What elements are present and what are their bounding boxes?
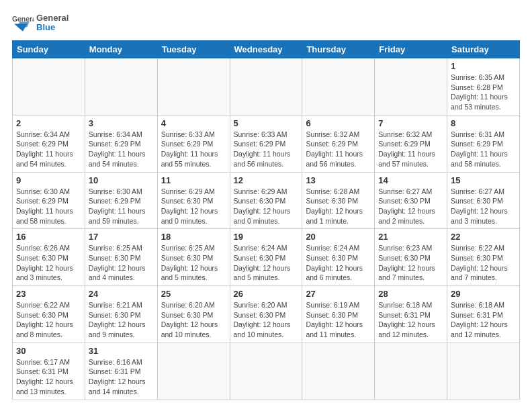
day-number: 7 <box>378 118 443 128</box>
day-info: Sunrise: 6:20 AMSunset: 6:30 PMDaylight:… <box>161 300 226 340</box>
weekday-header-saturday: Saturday <box>447 41 520 58</box>
calendar-cell: 16Sunrise: 6:26 AMSunset: 6:30 PMDayligh… <box>13 229 85 286</box>
day-info: Sunrise: 6:18 AMSunset: 6:31 PMDaylight:… <box>378 300 443 340</box>
day-number: 13 <box>306 175 371 185</box>
calendar-cell: 29Sunrise: 6:18 AMSunset: 6:31 PMDayligh… <box>447 286 520 343</box>
day-info: Sunrise: 6:22 AMSunset: 6:30 PMDaylight:… <box>16 300 81 340</box>
day-number: 6 <box>306 118 371 128</box>
logo: General General Blue <box>12 12 69 34</box>
calendar-cell: 18Sunrise: 6:25 AMSunset: 6:30 PMDayligh… <box>157 229 230 286</box>
calendar-table: SundayMondayTuesdayWednesdayThursdayFrid… <box>12 40 520 400</box>
day-info: Sunrise: 6:29 AMSunset: 6:30 PMDaylight:… <box>234 187 299 226</box>
day-number: 26 <box>234 289 299 299</box>
day-info: Sunrise: 6:27 AMSunset: 6:30 PMDaylight:… <box>378 187 443 226</box>
calendar-cell: 24Sunrise: 6:21 AMSunset: 6:30 PMDayligh… <box>85 286 157 343</box>
day-info: Sunrise: 6:34 AMSunset: 6:29 PMDaylight:… <box>16 130 81 169</box>
weekday-header-thursday: Thursday <box>302 41 375 58</box>
day-info: Sunrise: 6:35 AMSunset: 6:28 PMDaylight:… <box>451 73 516 112</box>
day-number: 16 <box>16 232 81 242</box>
day-number: 5 <box>234 118 299 128</box>
day-info: Sunrise: 6:25 AMSunset: 6:30 PMDaylight:… <box>161 243 226 283</box>
calendar-cell: 4Sunrise: 6:33 AMSunset: 6:29 PMDaylight… <box>157 115 230 172</box>
calendar-cell <box>157 342 230 400</box>
calendar-cell: 23Sunrise: 6:22 AMSunset: 6:30 PMDayligh… <box>13 286 85 343</box>
calendar-cell <box>302 58 375 116</box>
header: General General Blue <box>12 12 520 34</box>
day-number: 21 <box>378 232 443 242</box>
day-info: Sunrise: 6:25 AMSunset: 6:30 PMDaylight:… <box>89 243 154 283</box>
day-info: Sunrise: 6:18 AMSunset: 6:31 PMDaylight:… <box>451 300 516 340</box>
calendar-cell: 5Sunrise: 6:33 AMSunset: 6:29 PMDaylight… <box>230 115 302 172</box>
day-number: 19 <box>234 232 299 242</box>
day-number: 12 <box>234 175 299 185</box>
day-info: Sunrise: 6:19 AMSunset: 6:30 PMDaylight:… <box>306 300 371 340</box>
week-row-3: 16Sunrise: 6:26 AMSunset: 6:30 PMDayligh… <box>13 229 520 286</box>
calendar-cell: 17Sunrise: 6:25 AMSunset: 6:30 PMDayligh… <box>85 229 157 286</box>
day-info: Sunrise: 6:16 AMSunset: 6:31 PMDaylight:… <box>89 357 154 397</box>
week-row-4: 23Sunrise: 6:22 AMSunset: 6:30 PMDayligh… <box>13 286 520 343</box>
day-info: Sunrise: 6:30 AMSunset: 6:29 PMDaylight:… <box>16 187 81 226</box>
day-number: 15 <box>451 175 516 185</box>
day-number: 1 <box>451 61 516 71</box>
calendar-cell: 14Sunrise: 6:27 AMSunset: 6:30 PMDayligh… <box>375 172 447 229</box>
calendar-cell: 30Sunrise: 6:17 AMSunset: 6:31 PMDayligh… <box>13 342 85 400</box>
calendar-cell: 21Sunrise: 6:23 AMSunset: 6:30 PMDayligh… <box>375 229 447 286</box>
day-number: 9 <box>16 175 81 185</box>
calendar-cell <box>85 58 157 116</box>
weekday-header-sunday: Sunday <box>13 41 85 58</box>
day-number: 22 <box>451 232 516 242</box>
day-info: Sunrise: 6:34 AMSunset: 6:29 PMDaylight:… <box>89 130 154 169</box>
calendar-cell: 8Sunrise: 6:31 AMSunset: 6:29 PMDaylight… <box>447 115 520 172</box>
day-number: 20 <box>306 232 371 242</box>
page: General General Blue SundayMondayTuesday… <box>0 0 532 411</box>
week-row-0: 1Sunrise: 6:35 AMSunset: 6:28 PMDaylight… <box>13 58 520 116</box>
calendar-cell <box>447 342 520 400</box>
day-info: Sunrise: 6:33 AMSunset: 6:29 PMDaylight:… <box>161 130 226 169</box>
day-info: Sunrise: 6:31 AMSunset: 6:29 PMDaylight:… <box>451 130 516 169</box>
day-info: Sunrise: 6:26 AMSunset: 6:30 PMDaylight:… <box>16 243 81 283</box>
day-number: 2 <box>16 118 81 128</box>
weekday-header-tuesday: Tuesday <box>157 41 230 58</box>
calendar-cell: 27Sunrise: 6:19 AMSunset: 6:30 PMDayligh… <box>302 286 375 343</box>
day-info: Sunrise: 6:27 AMSunset: 6:30 PMDaylight:… <box>451 187 516 226</box>
day-number: 18 <box>161 232 226 242</box>
calendar-cell <box>375 58 447 116</box>
day-info: Sunrise: 6:21 AMSunset: 6:30 PMDaylight:… <box>89 300 154 340</box>
calendar-cell: 6Sunrise: 6:32 AMSunset: 6:29 PMDaylight… <box>302 115 375 172</box>
day-info: Sunrise: 6:22 AMSunset: 6:30 PMDaylight:… <box>451 243 516 283</box>
day-info: Sunrise: 6:33 AMSunset: 6:29 PMDaylight:… <box>234 130 299 169</box>
calendar-cell: 11Sunrise: 6:29 AMSunset: 6:30 PMDayligh… <box>157 172 230 229</box>
day-info: Sunrise: 6:23 AMSunset: 6:30 PMDaylight:… <box>378 243 443 283</box>
calendar-cell: 10Sunrise: 6:30 AMSunset: 6:29 PMDayligh… <box>85 172 157 229</box>
generalblue-logo-icon: General <box>12 12 34 34</box>
day-number: 8 <box>451 118 516 128</box>
calendar-cell <box>375 342 447 400</box>
calendar-cell: 7Sunrise: 6:32 AMSunset: 6:29 PMDaylight… <box>375 115 447 172</box>
weekday-header-row: SundayMondayTuesdayWednesdayThursdayFrid… <box>13 41 520 58</box>
day-info: Sunrise: 6:30 AMSunset: 6:29 PMDaylight:… <box>89 187 154 226</box>
day-number: 25 <box>161 289 226 299</box>
calendar-cell: 2Sunrise: 6:34 AMSunset: 6:29 PMDaylight… <box>13 115 85 172</box>
calendar-cell: 15Sunrise: 6:27 AMSunset: 6:30 PMDayligh… <box>447 172 520 229</box>
weekday-header-wednesday: Wednesday <box>230 41 302 58</box>
calendar-cell <box>13 58 85 116</box>
day-info: Sunrise: 6:28 AMSunset: 6:30 PMDaylight:… <box>306 187 371 226</box>
day-number: 10 <box>89 175 154 185</box>
day-number: 4 <box>161 118 226 128</box>
calendar-cell: 20Sunrise: 6:24 AMSunset: 6:30 PMDayligh… <box>302 229 375 286</box>
day-number: 24 <box>89 289 154 299</box>
calendar-cell: 22Sunrise: 6:22 AMSunset: 6:30 PMDayligh… <box>447 229 520 286</box>
calendar-cell: 1Sunrise: 6:35 AMSunset: 6:28 PMDaylight… <box>447 58 520 116</box>
calendar-cell <box>230 342 302 400</box>
calendar-cell: 31Sunrise: 6:16 AMSunset: 6:31 PMDayligh… <box>85 342 157 400</box>
weekday-header-friday: Friday <box>375 41 447 58</box>
day-number: 28 <box>378 289 443 299</box>
calendar-cell: 28Sunrise: 6:18 AMSunset: 6:31 PMDayligh… <box>375 286 447 343</box>
calendar-cell: 26Sunrise: 6:20 AMSunset: 6:30 PMDayligh… <box>230 286 302 343</box>
day-number: 29 <box>451 289 516 299</box>
day-info: Sunrise: 6:32 AMSunset: 6:29 PMDaylight:… <box>378 130 443 169</box>
day-info: Sunrise: 6:17 AMSunset: 6:31 PMDaylight:… <box>16 357 81 397</box>
calendar-cell: 19Sunrise: 6:24 AMSunset: 6:30 PMDayligh… <box>230 229 302 286</box>
calendar-cell: 13Sunrise: 6:28 AMSunset: 6:30 PMDayligh… <box>302 172 375 229</box>
calendar-cell: 9Sunrise: 6:30 AMSunset: 6:29 PMDaylight… <box>13 172 85 229</box>
